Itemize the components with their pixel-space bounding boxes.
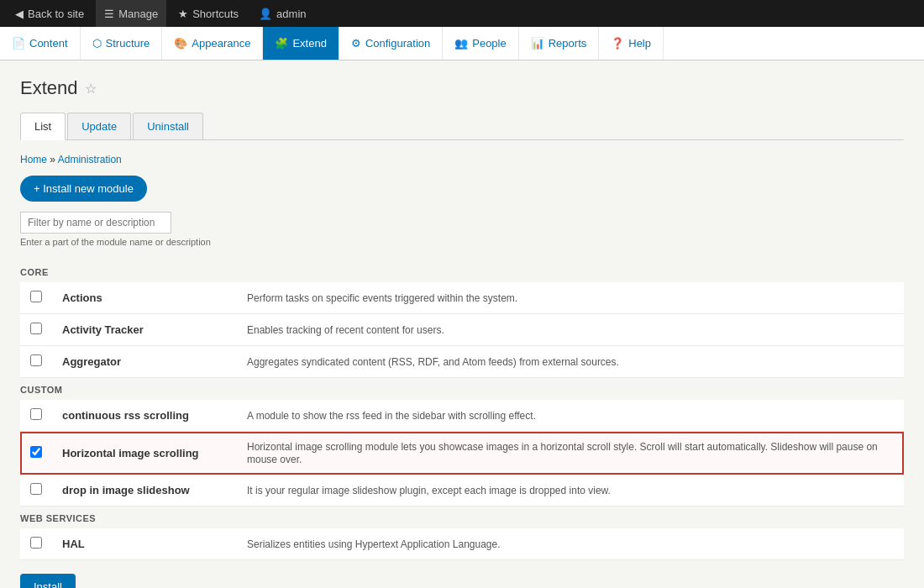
nav-structure-label: Structure: [106, 37, 150, 50]
module-description: Horizontal image scrolling module lets y…: [247, 441, 878, 465]
section-header-web-services: Web Services: [20, 507, 904, 528]
back-icon: ◀: [15, 8, 24, 20]
nav-config-label: Configuration: [365, 37, 430, 50]
bookmark-icon[interactable]: ☆: [85, 81, 97, 97]
bottom-install-label: Install: [34, 580, 62, 588]
nav-appearance[interactable]: 🎨 Appearance: [162, 27, 263, 60]
breadcrumb-separator: »: [50, 154, 57, 165]
module-name: Horizontal image scrolling: [62, 447, 199, 459]
module-description: Serializes entities using Hypertext Appl…: [247, 538, 501, 550]
nav-extend[interactable]: 🧩 Extend: [263, 27, 339, 60]
install-button-label: + Install new module: [34, 182, 134, 195]
manage-button[interactable]: ☰ Manage: [96, 0, 166, 27]
section-header-custom: Custom: [20, 378, 904, 400]
nav-configuration[interactable]: ⚙ Configuration: [339, 27, 443, 60]
table-row-highlighted: Horizontal image scrolling Horizontal im…: [20, 432, 904, 475]
table-row: drop in image slideshow It is your regul…: [20, 475, 904, 507]
module-description: It is your regular image slideshow plugi…: [247, 485, 611, 496]
module-description: Enables tracking of recent content for u…: [247, 324, 444, 336]
nav-extend-label: Extend: [292, 37, 326, 50]
main-nav: 📄 Content ⬡ Structure 🎨 Appearance 🧩 Ext…: [0, 27, 924, 60]
section-header-core: Core: [20, 260, 904, 282]
tab-list[interactable]: List: [20, 113, 66, 140]
tab-uninstall[interactable]: Uninstall: [133, 113, 203, 139]
admin-bar: ◀ Back to site ☰ Manage ★ Shortcuts 👤 ad…: [0, 0, 924, 27]
page-title-area: Extend ☆: [20, 77, 904, 99]
reports-icon: 📊: [531, 37, 544, 50]
nav-appearance-label: Appearance: [192, 37, 250, 50]
help-icon: ❓: [611, 37, 624, 50]
content-icon: 📄: [12, 37, 25, 50]
horizontal-scrolling-checkbox[interactable]: [30, 446, 42, 458]
shortcuts-label: Shortcuts: [192, 8, 239, 20]
filter-input[interactable]: [20, 212, 171, 234]
nav-structure[interactable]: ⬡ Structure: [81, 27, 163, 60]
module-name: drop in image slideshow: [62, 484, 190, 496]
table-row: Actions Perform tasks on specific events…: [20, 282, 904, 314]
nav-help[interactable]: ❓ Help: [599, 27, 664, 60]
bottom-install-button[interactable]: Install: [20, 574, 76, 588]
nav-content[interactable]: 📄 Content: [0, 27, 81, 60]
module-description: A module to show the rss feed in the sid…: [247, 410, 536, 422]
nav-people[interactable]: 👥 People: [443, 27, 518, 60]
filter-hint: Enter a part of the module name or descr…: [20, 237, 904, 247]
table-row: HAL Serializes entities using Hypertext …: [20, 528, 904, 560]
nav-reports[interactable]: 📊 Reports: [519, 27, 600, 60]
module-description: Perform tasks on specific events trigger…: [247, 292, 517, 304]
bottom-actions: Install: [20, 560, 904, 588]
activity-tracker-checkbox[interactable]: [30, 323, 42, 334]
core-modules-table: Actions Perform tasks on specific events…: [20, 282, 904, 378]
tab-update[interactable]: Update: [67, 113, 131, 139]
page-content: Extend ☆ List Update Uninstall Home » Ad…: [0, 60, 924, 588]
nav-reports-label: Reports: [549, 37, 587, 50]
shortcuts-button[interactable]: ★ Shortcuts: [170, 0, 247, 27]
page-title: Extend: [20, 77, 78, 99]
modules-list: Core Actions Perform tasks on specific e…: [20, 260, 904, 560]
table-row: Aggregator Aggregates syndicated content…: [20, 346, 904, 378]
appearance-icon: 🎨: [174, 37, 187, 50]
admin-user-button[interactable]: 👤 admin: [250, 0, 314, 27]
custom-modules-table: continuous rss scrolling A module to sho…: [20, 400, 904, 507]
admin-label: admin: [276, 8, 306, 20]
back-to-site-button[interactable]: ◀ Back to site: [7, 0, 92, 27]
module-name: Actions: [62, 291, 102, 304]
breadcrumb-admin[interactable]: Administration: [58, 154, 122, 165]
module-description: Aggregates syndicated content (RSS, RDF,…: [247, 356, 619, 368]
web-services-modules-table: HAL Serializes entities using Hypertext …: [20, 528, 904, 560]
actions-checkbox[interactable]: [30, 291, 42, 302]
module-name: Aggregator: [62, 355, 121, 368]
manage-icon: ☰: [104, 8, 114, 20]
table-row: continuous rss scrolling A module to sho…: [20, 400, 904, 432]
manage-label: Manage: [118, 8, 158, 20]
nav-people-label: People: [472, 37, 506, 50]
module-name: Activity Tracker: [62, 323, 144, 336]
star-icon: ★: [178, 8, 188, 20]
breadcrumb-home[interactable]: Home: [20, 154, 47, 165]
drop-in-image-checkbox[interactable]: [30, 483, 42, 495]
user-icon: 👤: [259, 8, 272, 20]
config-icon: ⚙: [351, 37, 361, 50]
continuous-rss-checkbox[interactable]: [30, 408, 42, 420]
nav-content-label: Content: [29, 37, 68, 50]
hal-checkbox[interactable]: [30, 537, 42, 549]
breadcrumb: Home » Administration: [20, 154, 904, 165]
extend-icon: 🧩: [275, 37, 288, 50]
install-new-module-button[interactable]: + Install new module: [20, 176, 147, 202]
structure-icon: ⬡: [92, 37, 102, 50]
back-to-site-label: Back to site: [28, 8, 84, 20]
people-icon: 👥: [454, 37, 468, 50]
aggregator-checkbox[interactable]: [30, 354, 42, 366]
table-row: Activity Tracker Enables tracking of rec…: [20, 314, 904, 346]
tabs-container: List Update Uninstall: [20, 113, 904, 140]
module-name: HAL: [62, 538, 85, 550]
nav-help-label: Help: [628, 37, 651, 50]
module-name: continuous rss scrolling: [62, 409, 189, 422]
